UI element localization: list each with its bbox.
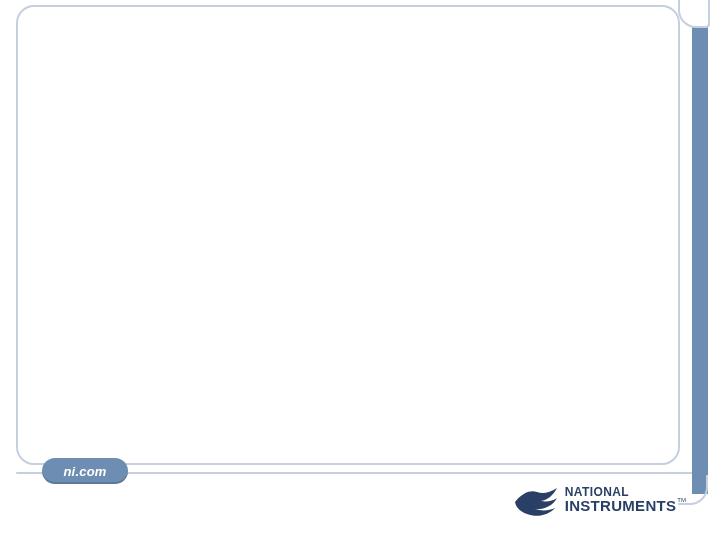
ni-logo: NATIONAL INSTRUMENTSTM bbox=[513, 482, 686, 518]
content-frame bbox=[16, 5, 680, 465]
slide: Method 4 – Installer with Drivers The dr… bbox=[0, 0, 720, 540]
logo-text: NATIONAL INSTRUMENTSTM bbox=[565, 487, 686, 514]
logo-line-2: INSTRUMENTS bbox=[565, 497, 677, 514]
trademark: TM bbox=[677, 497, 686, 503]
site-pill: ni.com bbox=[42, 458, 128, 484]
eagle-icon bbox=[513, 482, 559, 518]
right-cap-decoration bbox=[678, 0, 710, 28]
right-accent-bar bbox=[692, 0, 708, 540]
site-label: ni.com bbox=[63, 464, 106, 479]
